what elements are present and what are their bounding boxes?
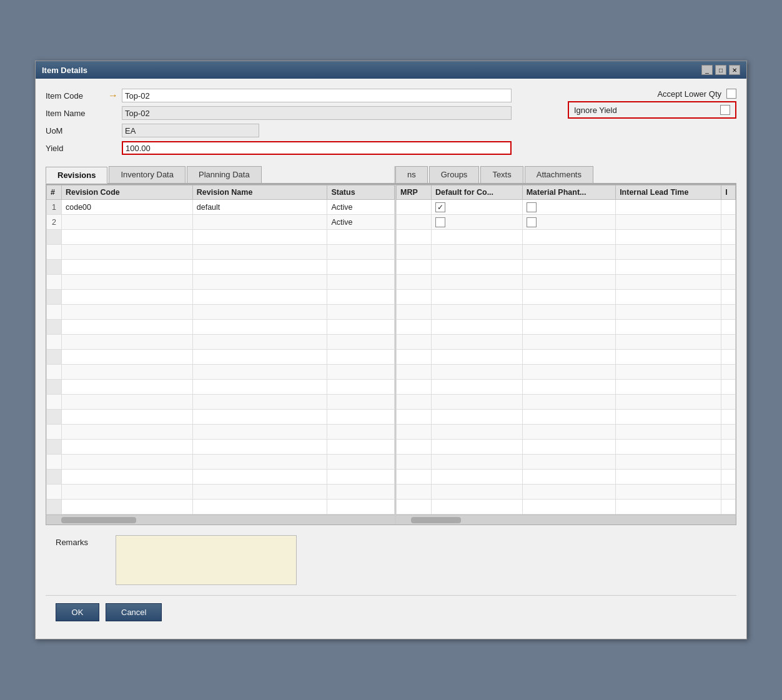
table-row (47, 290, 395, 305)
cell-num: 1 (47, 200, 62, 215)
minimize-button[interactable]: _ (701, 65, 713, 75)
right-top: Accept Lower Qty Ignore Yield (537, 89, 736, 119)
accept-lower-qty-row: Accept Lower Qty (657, 89, 736, 99)
cell-mrp (397, 200, 432, 215)
table-row (397, 275, 736, 290)
cell-revision-name (192, 215, 327, 230)
table-row (397, 320, 736, 335)
tab-inventory-data[interactable]: Inventory Data (109, 166, 186, 183)
remarks-label: Remarks (56, 535, 106, 547)
tabs-right: ns Groups Texts Attachments (395, 166, 595, 183)
cell-num: 2 (47, 215, 62, 230)
bottom-buttons: OK Cancel (46, 595, 736, 629)
cell-revision-name: default (192, 200, 327, 215)
right-table: MRP Default for Co... Material Phant... … (396, 185, 736, 515)
main-table-area: # Revision Code Revision Name Status 1 c… (46, 184, 736, 525)
table-row (397, 260, 736, 275)
table-row (47, 305, 395, 320)
uom-input[interactable] (122, 124, 259, 137)
table-row (47, 275, 395, 290)
top-fields: Item Code → Item Name UoM Yield (46, 89, 736, 159)
right-fields: Accept Lower Qty Ignore Yield (537, 89, 736, 159)
table-row (47, 245, 395, 260)
tab-texts[interactable]: Texts (480, 166, 523, 183)
table-row[interactable] (397, 215, 736, 230)
tab-planning-data[interactable]: Planning Data (187, 166, 262, 183)
table-row[interactable]: 1 code00 default Active (47, 200, 395, 215)
item-code-label: Item Code (46, 91, 108, 101)
left-scrollbar[interactable] (46, 515, 395, 525)
cell-material-phant (522, 200, 615, 215)
cell-internal-lead-time (616, 215, 721, 230)
ignore-yield-checkbox[interactable] (720, 105, 730, 115)
default-for-co-checkbox-1[interactable] (435, 202, 445, 212)
left-scrollbar-thumb[interactable] (61, 517, 136, 523)
table-row (47, 500, 395, 515)
accept-lower-qty-label: Accept Lower Qty (657, 89, 721, 99)
table-row (47, 485, 395, 500)
table-row (397, 395, 736, 410)
ignore-yield-label: Ignore Yield (574, 106, 617, 115)
col-header-material-phant: Material Phant... (522, 185, 615, 200)
table-row (47, 320, 395, 335)
tab-revisions[interactable]: Revisions (46, 167, 107, 184)
table-row (47, 230, 395, 245)
accept-lower-qty-checkbox[interactable] (726, 89, 736, 99)
remarks-input[interactable] (116, 535, 297, 585)
item-code-input[interactable] (122, 89, 512, 102)
table-row[interactable] (397, 200, 736, 215)
tab-ns[interactable]: ns (395, 166, 428, 183)
cancel-button[interactable]: Cancel (106, 603, 162, 621)
remarks-area: Remarks (46, 525, 736, 595)
cell-revision-code: code00 (62, 200, 193, 215)
cell-extra (721, 215, 736, 230)
tab-groups[interactable]: Groups (429, 166, 480, 183)
table-row (47, 440, 395, 455)
cell-status: Active (327, 215, 395, 230)
col-header-revision-name: Revision Name (192, 185, 327, 200)
ok-button[interactable]: OK (56, 603, 99, 621)
material-phant-checkbox-1[interactable] (527, 202, 537, 212)
window-content: Item Code → Item Name UoM Yield (36, 79, 746, 639)
close-button[interactable]: ✕ (729, 65, 740, 75)
left-fields: Item Code → Item Name UoM Yield (46, 89, 512, 159)
col-header-mrp: MRP (397, 185, 432, 200)
cell-revision-code (62, 215, 193, 230)
table-row (397, 290, 736, 305)
item-name-input[interactable] (122, 106, 512, 120)
right-scrollbar-thumb[interactable] (411, 517, 461, 523)
title-bar-buttons: _ □ ✕ (701, 65, 740, 75)
tab-attachments[interactable]: Attachments (525, 166, 593, 183)
item-code-row: Item Code → (46, 89, 512, 102)
material-phant-checkbox-2[interactable] (527, 217, 537, 227)
table-row (47, 455, 395, 470)
table-row (47, 365, 395, 380)
item-name-row: Item Name (46, 106, 512, 120)
right-scrollbar[interactable] (396, 515, 736, 525)
table-row (397, 305, 736, 320)
title-bar: Item Details _ □ ✕ (36, 61, 746, 79)
main-window: Item Details _ □ ✕ Item Code → Item Name (35, 61, 747, 639)
yield-row: Yield (46, 141, 512, 155)
cell-extra (721, 200, 736, 215)
yield-label: Yield (46, 144, 108, 153)
table-row (47, 470, 395, 485)
cell-mrp (397, 215, 432, 230)
table-row (397, 425, 736, 440)
table-row[interactable]: 2 Active (47, 215, 395, 230)
default-for-co-checkbox-2[interactable] (435, 217, 445, 227)
table-row (47, 380, 395, 395)
col-header-extra: I (721, 185, 736, 200)
maximize-button[interactable]: □ (715, 65, 726, 75)
table-row (397, 410, 736, 425)
table-row (47, 335, 395, 350)
table-row (397, 350, 736, 365)
table-row (397, 245, 736, 260)
yield-input[interactable] (122, 141, 512, 155)
table-row (47, 395, 395, 410)
col-header-default-for-co: Default for Co... (432, 185, 523, 200)
table-row (397, 230, 736, 245)
item-name-label: Item Name (46, 109, 108, 118)
ignore-yield-row: Ignore Yield (568, 101, 736, 119)
col-header-status: Status (327, 185, 395, 200)
